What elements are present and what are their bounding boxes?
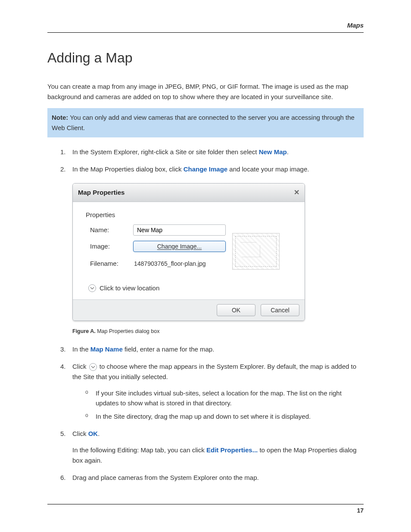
step-1-term: New Map: [259, 148, 287, 156]
step-2-term: Change Image: [184, 165, 228, 173]
page-header-section: Maps: [47, 22, 364, 33]
step-3-pre: In the: [72, 345, 90, 353]
step-1-post: .: [287, 148, 289, 156]
page-number: 17: [357, 507, 364, 514]
chevron-down-icon[interactable]: [88, 284, 96, 292]
name-label: Name:: [86, 225, 133, 235]
step-2-pre: In the Map Properties dialog box, click: [72, 165, 184, 173]
step-4-post: to choose where the map appears in the S…: [72, 363, 356, 380]
note-text: You can only add and view cameras that a…: [52, 114, 355, 131]
step-5-follow-term: Edit Properties...: [206, 446, 258, 454]
step-4-sub-a: If your Site includes virtual sub-sites,…: [85, 388, 364, 408]
expander-label[interactable]: Click to view location: [100, 283, 159, 293]
step-5: Click OK. In the following Editing: Map …: [60, 429, 364, 466]
close-icon[interactable]: ✕: [294, 187, 299, 198]
change-image-button[interactable]: Change Image...: [133, 241, 226, 252]
page-footer: 17: [47, 504, 364, 514]
cancel-button[interactable]: Cancel: [261, 304, 299, 316]
step-1: In the System Explorer, right-click a Si…: [60, 147, 364, 157]
image-preview: [232, 233, 280, 270]
step-4: Click to choose where the map appears in…: [60, 361, 364, 422]
filename-label: Filename:: [86, 258, 133, 269]
step-3-term: Map Name: [90, 345, 123, 353]
ok-button[interactable]: OK: [217, 304, 255, 316]
dialog-title-text: Map Properties: [78, 187, 125, 198]
step-1-pre: In the System Explorer, right-click a Si…: [72, 148, 259, 156]
step-4-sub-b: In the Site directory, drag the map up a…: [85, 411, 364, 421]
image-label: Image:: [86, 241, 133, 252]
step-4-pre: Click: [72, 363, 88, 370]
name-input[interactable]: [133, 224, 226, 236]
step-5-term: OK: [88, 430, 98, 437]
filename-value: 1487903765_floor-plan.jpg: [133, 257, 232, 270]
figure-caption: Figure A. Map Properties dialog box: [72, 327, 364, 336]
chevron-down-icon: [89, 363, 97, 371]
map-properties-dialog: Map Properties ✕ Properties Name:: [72, 183, 305, 321]
step-5-post: .: [98, 430, 100, 437]
intro-paragraph: You can create a map from any image in J…: [47, 81, 364, 102]
step-5-pre: Click: [72, 430, 88, 437]
figure-caption-text: Map Properties dialog box: [97, 328, 159, 334]
note-box: Note: You can only add and view cameras …: [47, 108, 364, 137]
step-3: In the Map Name field, enter a name for …: [60, 344, 364, 355]
properties-heading: Properties: [86, 210, 292, 220]
figure-label: Figure A.: [72, 328, 96, 334]
step-3-post: field, enter a name for the map.: [123, 345, 215, 353]
dialog-titlebar: Map Properties ✕: [73, 184, 305, 202]
page-title: Adding a Map: [47, 50, 364, 66]
step-2: In the Map Properties dialog box, click …: [60, 164, 364, 336]
step-2-post: and locate your map image.: [227, 165, 309, 173]
note-label: Note:: [52, 114, 68, 121]
step-5-follow-pre: In the following Editing: Map tab, you c…: [72, 446, 206, 454]
step-6: Drag and place cameras from the System E…: [60, 473, 364, 483]
